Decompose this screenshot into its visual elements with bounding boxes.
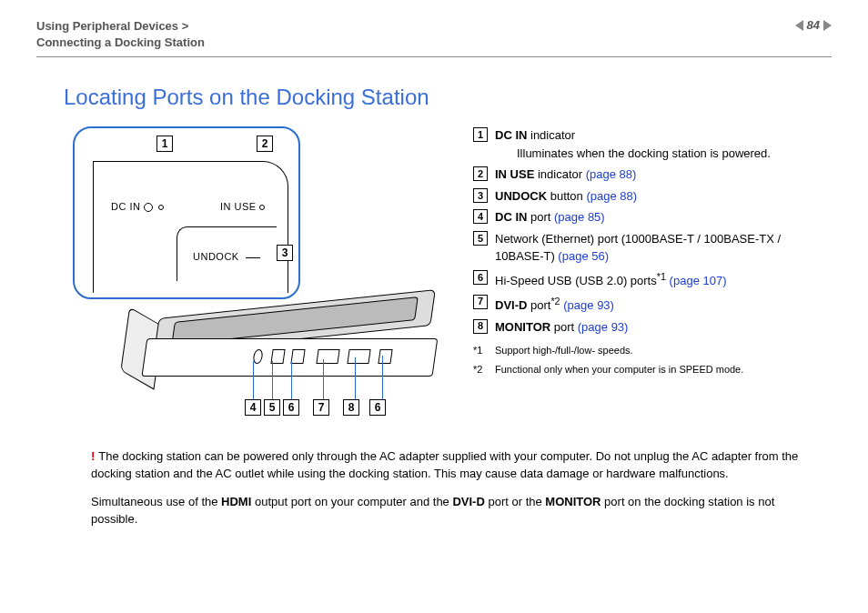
breadcrumb[interactable]: Using Peripheral Devices > Connecting a … (36, 18, 205, 51)
list-item: 6 Hi-Speed USB (USB 2.0) ports*1 (page 1… (473, 269, 832, 290)
warning-icon: ! (91, 449, 95, 463)
callout-num-3: 3 (277, 245, 293, 261)
page-ref-link[interactable]: (page 93) (578, 320, 629, 334)
page-nav: 84 (795, 18, 832, 32)
page-number: 84 (807, 18, 820, 32)
callout-num-1: 1 (156, 136, 173, 152)
page-ref-link[interactable]: (page 85) (554, 210, 605, 224)
callout-num-7: 7 (313, 399, 329, 416)
page-ref-link[interactable]: (page 88) (586, 189, 637, 203)
next-page-icon[interactable] (823, 20, 832, 31)
list-item: 5 Network (Ethernet) port (1000BASE-T / … (473, 230, 832, 266)
page-ref-link[interactable]: (page 107) (670, 274, 727, 287)
callout-num-8: 8 (343, 399, 359, 416)
callout-num-4: 4 (245, 399, 261, 416)
prev-page-icon[interactable] (795, 20, 803, 31)
diagram: 1 2 DC IN IN USE UNDOCK 3 (64, 126, 446, 427)
callout-num-6b: 6 (369, 399, 386, 416)
callout-frame: 1 2 DC IN IN USE UNDOCK 3 (73, 126, 300, 299)
page-title: Locating Ports on the Docking Station (64, 85, 832, 110)
warning-text: The docking station can be powered only … (91, 449, 798, 480)
list-item: 3 UNDOCK button (page 88) (473, 187, 832, 206)
callout-num-2: 2 (257, 136, 273, 152)
list-item: 1 DC IN indicatorIlluminates when the do… (473, 126, 832, 162)
breadcrumb-line2: Connecting a Docking Station (36, 35, 205, 51)
note-text: Simultaneous use of the HDMI output port… (91, 494, 804, 528)
callout-num-5: 5 (264, 399, 280, 416)
footnotes: *1Support high-/full-/low- speeds. *2Fun… (473, 343, 832, 377)
list-item: 2 IN USE indicator (page 88) (473, 166, 832, 184)
page-ref-link[interactable]: (page 88) (586, 167, 637, 181)
list-item: 7 DVI-D port*2 (page 93) (473, 294, 832, 315)
page-header: Using Peripheral Devices > Connecting a … (36, 18, 832, 57)
page-ref-link[interactable]: (page 93) (563, 298, 614, 312)
page-ref-link[interactable]: (page 56) (558, 249, 609, 263)
in-use-label: IN USE (220, 201, 265, 212)
callout-num-6a: 6 (283, 399, 299, 416)
undock-label: UNDOCK (193, 251, 260, 262)
dc-in-label: DC IN (111, 201, 164, 212)
list-item: 4 DC IN port (page 85) (473, 208, 832, 226)
list-item: 8 MONITOR port (page 93) (473, 318, 832, 337)
port-list: 1 DC IN indicatorIlluminates when the do… (473, 126, 832, 427)
notes-section: !The docking station can be powered only… (91, 448, 804, 528)
breadcrumb-line1: Using Peripheral Devices > (36, 18, 205, 35)
